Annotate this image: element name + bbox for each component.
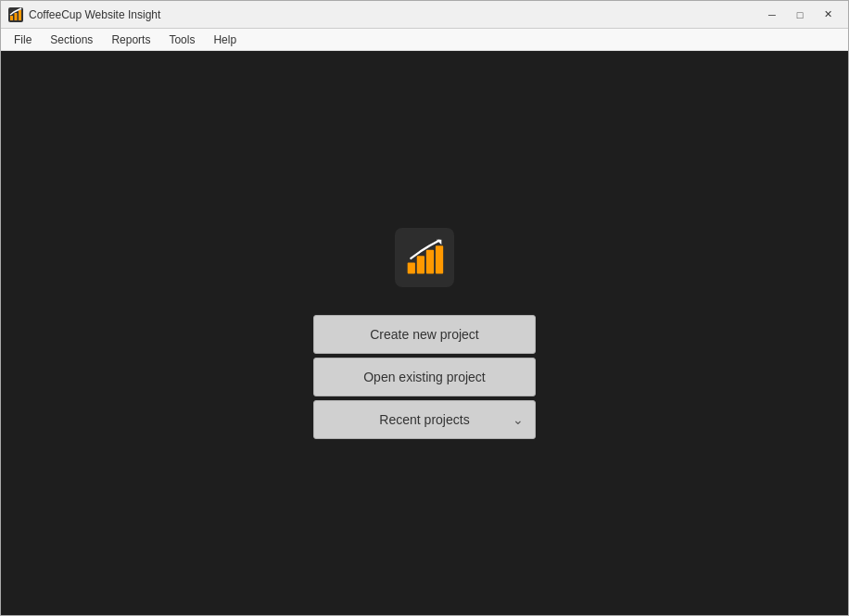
main-content: Create new project Open existing project… [1,51,848,615]
open-existing-project-button[interactable]: Open existing project [313,358,536,396]
svg-rect-7 [426,249,434,273]
chart-icon [404,237,445,278]
title-bar: CoffeeCup Website Insight ─ □ ✕ [1,1,848,29]
menu-help[interactable]: Help [204,31,246,48]
svg-rect-6 [417,256,424,273]
menu-reports[interactable]: Reports [102,31,159,48]
main-window: CoffeeCup Website Insight ─ □ ✕ File Sec… [0,0,849,616]
logo-box [395,228,454,287]
recent-projects-label: Recent projects [379,412,469,427]
create-new-project-button[interactable]: Create new project [313,315,536,354]
svg-rect-2 [15,13,18,20]
app-logo [395,228,454,287]
svg-rect-1 [10,16,13,20]
menu-file[interactable]: File [5,31,41,48]
recent-projects-button[interactable]: Recent projects ⌄ [313,400,536,439]
close-button[interactable]: ✕ [815,6,841,24]
buttons-container: Create new project Open existing project… [313,315,536,439]
chevron-down-icon: ⌄ [513,412,524,427]
title-bar-buttons: ─ □ ✕ [759,6,841,24]
menu-tools[interactable]: Tools [159,31,204,48]
svg-rect-8 [436,245,443,273]
menu-bar: File Sections Reports Tools Help [1,29,848,51]
minimize-button[interactable]: ─ [759,6,785,24]
window-title: CoffeeCup Website Insight [29,8,160,21]
maximize-button[interactable]: □ [787,6,813,24]
title-bar-left: CoffeeCup Website Insight [8,7,160,22]
svg-rect-5 [408,262,415,273]
app-icon [8,7,23,22]
menu-sections[interactable]: Sections [41,31,102,48]
svg-rect-3 [19,10,21,20]
